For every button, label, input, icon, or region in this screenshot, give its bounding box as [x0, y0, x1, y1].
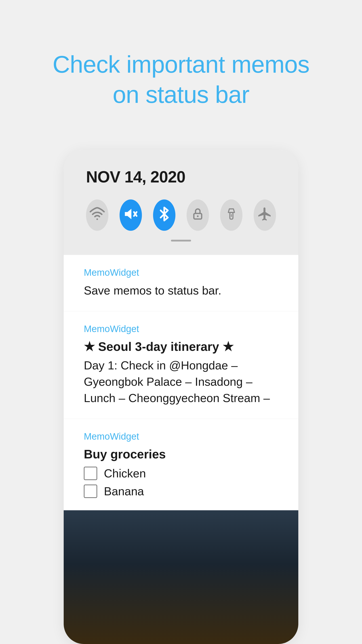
grocery-item-chicken: Chicken	[84, 467, 278, 480]
svg-point-5	[197, 215, 199, 217]
volume-off-icon	[123, 206, 139, 224]
airplane-icon	[257, 206, 273, 224]
svg-marker-1	[125, 209, 131, 219]
status-panel: NOV 14, 2020	[64, 150, 298, 255]
quick-toggles	[86, 200, 276, 231]
drag-handle	[171, 240, 191, 242]
notifications-area: MemoWidget Save memos to status bar. Mem…	[64, 255, 298, 510]
notif-app-name-2: MemoWidget	[84, 324, 278, 334]
notif-app-name-3: MemoWidget	[84, 431, 278, 442]
bluetooth-icon	[156, 206, 172, 224]
grocery-label-chicken: Chicken	[104, 467, 146, 480]
notification-item-1: MemoWidget Save memos to status bar.	[64, 255, 298, 311]
notif-body-1: Save memos to status bar.	[84, 282, 278, 299]
wifi-icon	[89, 206, 105, 224]
wifi-toggle[interactable]	[86, 200, 108, 231]
flashlight-toggle[interactable]	[220, 200, 242, 231]
scenic-image	[64, 510, 298, 644]
notification-item-3: MemoWidget Buy groceries Chicken Banana	[64, 419, 298, 510]
grocery-list: Chicken Banana	[84, 467, 278, 498]
lock-icon	[191, 206, 204, 224]
notif-title-3: Buy groceries	[84, 446, 278, 462]
grocery-label-banana: Banana	[104, 484, 144, 498]
date-display: NOV 14, 2020	[86, 168, 276, 186]
bluetooth-toggle[interactable]	[153, 200, 175, 231]
mute-toggle[interactable]	[120, 200, 142, 231]
flashlight-icon	[225, 206, 238, 224]
airplane-toggle[interactable]	[254, 200, 276, 231]
notification-item-2: MemoWidget ★ Seoul 3-day itinerary ★ Day…	[64, 311, 298, 419]
svg-point-0	[96, 218, 98, 220]
checkbox-banana[interactable]	[84, 484, 97, 498]
page-title: Check important memos on status bar	[52, 49, 309, 110]
grocery-item-banana: Banana	[84, 484, 278, 498]
notif-app-name-1: MemoWidget	[84, 267, 278, 278]
notif-title-2: ★ Seoul 3-day itinerary ★	[84, 339, 278, 355]
phone-card: NOV 14, 2020	[64, 150, 298, 644]
lock-toggle[interactable]	[187, 200, 209, 231]
header-section: Check important memos on status bar	[0, 0, 362, 150]
checkbox-chicken[interactable]	[84, 467, 97, 480]
notif-body-2: Day 1: Check in @Hongdae – Gyeongbok Pal…	[84, 357, 278, 406]
